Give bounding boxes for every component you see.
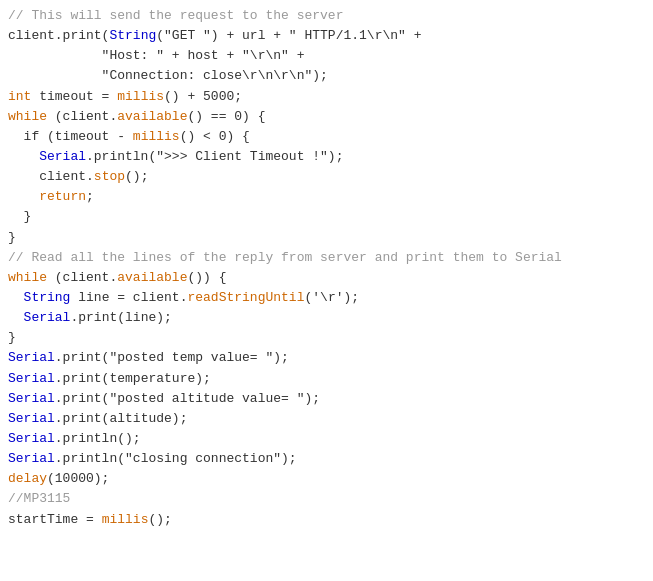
code-token: Serial	[8, 310, 70, 325]
code-token: .println(">>> Client Timeout !");	[86, 149, 343, 164]
code-token: line = client.	[70, 290, 187, 305]
code-token: }	[8, 209, 31, 224]
code-token: //MP3115	[8, 491, 70, 506]
code-token: .print(temperature);	[55, 371, 211, 386]
code-token: ();	[125, 169, 148, 184]
code-token: .println();	[55, 431, 141, 446]
code-token: ("GET ") + url + " HTTP/1.1\r\n" +	[156, 28, 421, 43]
code-line: Serial.println(">>> Client Timeout !");	[8, 147, 645, 167]
code-token: () + 5000;	[164, 89, 242, 104]
code-token: Serial	[8, 431, 55, 446]
code-token: String	[109, 28, 156, 43]
code-token: ;	[86, 189, 94, 204]
code-token: () == 0) {	[187, 109, 265, 124]
code-line: }	[8, 328, 645, 348]
code-line: delay(10000);	[8, 469, 645, 489]
code-line: client.print(String("GET ") + url + " HT…	[8, 26, 645, 46]
code-line: Serial.print(line);	[8, 308, 645, 328]
code-token: timeout =	[31, 89, 117, 104]
code-token: ()) {	[187, 270, 226, 285]
code-token: int	[8, 89, 31, 104]
code-token: Serial	[8, 451, 55, 466]
code-line: }	[8, 228, 645, 248]
code-line: // Read all the lines of the reply from …	[8, 248, 645, 268]
code-token: Serial	[8, 149, 86, 164]
code-token: String	[24, 290, 71, 305]
code-token: millis	[133, 129, 180, 144]
code-token: // Read all the lines of the reply from …	[8, 250, 562, 265]
code-token: readStringUntil	[187, 290, 304, 305]
code-token: }	[8, 230, 16, 245]
code-token: .print(line);	[70, 310, 171, 325]
code-token: while	[8, 109, 47, 124]
code-token: .print("posted altitude value= ");	[55, 391, 320, 406]
code-line: }	[8, 207, 645, 227]
code-token: available	[117, 109, 187, 124]
code-line: if (timeout - millis() < 0) {	[8, 127, 645, 147]
code-token: return	[39, 189, 86, 204]
code-line: //MP3115	[8, 489, 645, 509]
code-token: }	[8, 330, 16, 345]
code-line: Serial.println("closing connection");	[8, 449, 645, 469]
code-token: startTime =	[8, 512, 102, 527]
code-line: startTime = millis();	[8, 510, 645, 530]
code-token: client.	[8, 169, 94, 184]
code-token: while	[8, 270, 47, 285]
code-token: .print(	[55, 28, 110, 43]
code-container: // This will send the request to the ser…	[8, 6, 645, 530]
code-line: while (client.available()) {	[8, 268, 645, 288]
code-line: Serial.println();	[8, 429, 645, 449]
code-token	[8, 290, 24, 305]
code-line: "Host: " + host + "\r\n" +	[8, 46, 645, 66]
code-token	[8, 189, 39, 204]
code-line: while (client.available() == 0) {	[8, 107, 645, 127]
code-line: int timeout = millis() + 5000;	[8, 87, 645, 107]
code-token: delay	[8, 471, 47, 486]
code-line: Serial.print(temperature);	[8, 369, 645, 389]
code-line: String line = client.readStringUntil('\r…	[8, 288, 645, 308]
code-token: stop	[94, 169, 125, 184]
code-token: (client.	[47, 270, 117, 285]
code-token: // This will send the request to the ser…	[8, 8, 343, 23]
code-token: Serial	[8, 371, 55, 386]
code-token: millis	[102, 512, 149, 527]
code-line: Serial.print("posted temp value= ");	[8, 348, 645, 368]
code-token: Serial	[8, 350, 55, 365]
code-token: available	[117, 270, 187, 285]
code-token: () < 0) {	[180, 129, 250, 144]
code-line: Serial.print(altitude);	[8, 409, 645, 429]
code-line: "Connection: close\r\n\r\n");	[8, 66, 645, 86]
code-token: .print("posted temp value= ");	[55, 350, 289, 365]
code-token: "Connection: close\r\n\r\n");	[8, 68, 328, 83]
code-token: if (timeout -	[8, 129, 133, 144]
code-line: Serial.print("posted altitude value= ");	[8, 389, 645, 409]
code-line: client.stop();	[8, 167, 645, 187]
code-token: "Host: " + host + "\r\n" +	[8, 48, 304, 63]
code-token: (10000);	[47, 471, 109, 486]
code-token: .print(altitude);	[55, 411, 188, 426]
code-token: (client.	[47, 109, 117, 124]
code-token: Serial	[8, 391, 55, 406]
code-token: millis	[117, 89, 164, 104]
code-line: // This will send the request to the ser…	[8, 6, 645, 26]
code-token: ('\r');	[304, 290, 359, 305]
code-token: ();	[148, 512, 171, 527]
code-token: Serial	[8, 411, 55, 426]
code-token: .println("closing connection");	[55, 451, 297, 466]
code-line: return;	[8, 187, 645, 207]
code-token: client	[8, 28, 55, 43]
